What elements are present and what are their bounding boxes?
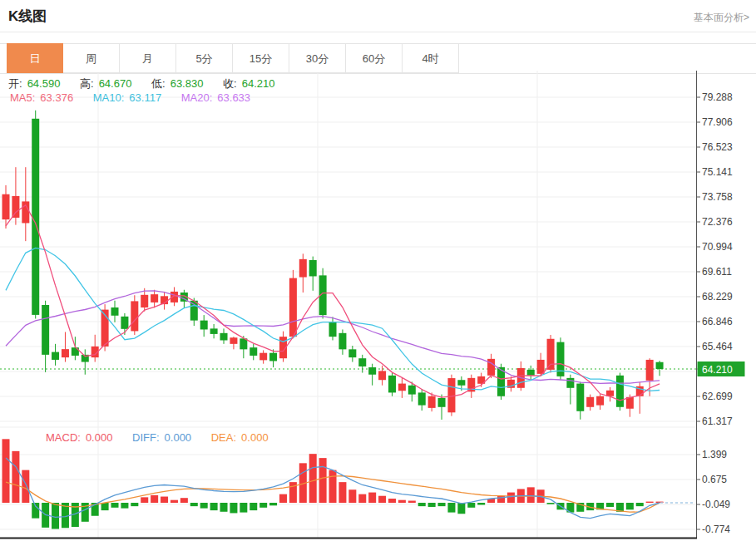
tab-5min[interactable]: 5分 — [176, 43, 233, 73]
dea-value: 0.000 — [241, 431, 269, 444]
svg-text:61.317: 61.317 — [702, 416, 733, 427]
svg-text:69.611: 69.611 — [702, 266, 732, 278]
tab-60min[interactable]: 60分 — [346, 43, 403, 73]
dea-label: DEA: — [211, 431, 236, 444]
period-tabbar: 日 周 月 5分 15分 30分 60分 4时 — [7, 43, 459, 73]
tab-week[interactable]: 周 — [63, 43, 120, 73]
ma10-value: 63.117 — [129, 91, 161, 104]
high-value: 64.670 — [99, 77, 132, 90]
svg-text:62.699: 62.699 — [702, 391, 733, 402]
svg-text:65.464: 65.464 — [702, 341, 733, 352]
svg-text:76.523: 76.523 — [702, 141, 733, 153]
diff-value: 0.000 — [165, 431, 192, 444]
svg-text:75.141: 75.141 — [702, 166, 733, 178]
close-label: 收: — [223, 77, 237, 90]
macd-legend: MACD:0.000 DIFF:0.000 DEA:0.000 — [46, 431, 274, 444]
tab-15min[interactable]: 15分 — [233, 43, 289, 73]
tab-month[interactable]: 月 — [120, 43, 176, 73]
close-value: 64.210 — [242, 77, 275, 90]
low-label: 低: — [151, 77, 166, 90]
ma5-value: 63.376 — [40, 91, 73, 104]
tab-4hour[interactable]: 4时 — [403, 43, 459, 73]
ma-legend: MA5:63.376 MA10:63.117 MA20:63.633 — [10, 91, 255, 104]
tab-day[interactable]: 日 — [7, 43, 63, 73]
kline-window: K线图 基本面分析> 日 周 月 5分 15分 30分 60分 4时 开:64.… — [0, 0, 756, 541]
svg-text:1.399: 1.399 — [702, 449, 727, 460]
diff-label: DIFF: — [132, 431, 160, 444]
svg-text:66.846: 66.846 — [702, 316, 733, 327]
svg-text:72.376: 72.376 — [702, 216, 733, 228]
open-label: 开: — [8, 77, 22, 90]
svg-text:68.229: 68.229 — [702, 291, 733, 302]
svg-text:73.758: 73.758 — [702, 191, 733, 203]
svg-text:-0.049: -0.049 — [702, 499, 730, 510]
svg-text:0.675: 0.675 — [702, 474, 727, 485]
svg-text:70.994: 70.994 — [702, 241, 733, 253]
svg-text:-0.774: -0.774 — [702, 524, 730, 535]
tab-30min[interactable]: 30分 — [289, 43, 346, 73]
svg-text:79.288: 79.288 — [702, 91, 733, 103]
ma10-label: MA10: — [93, 91, 125, 104]
macd-value: 0.000 — [86, 431, 113, 444]
ma20-value: 63.633 — [217, 91, 250, 104]
svg-text:77.906: 77.906 — [702, 116, 733, 128]
open-value: 64.590 — [27, 77, 61, 90]
low-value: 63.830 — [170, 77, 204, 90]
ohlc-legend: 开:64.590 高:64.670 低:63.830 收:64.210 — [8, 76, 279, 91]
svg-text:64.210: 64.210 — [702, 364, 733, 376]
high-label: 高: — [80, 77, 94, 90]
ma20-label: MA20: — [181, 91, 213, 104]
ma5-label: MA5: — [10, 91, 35, 104]
macd-label: MACD: — [46, 431, 81, 444]
